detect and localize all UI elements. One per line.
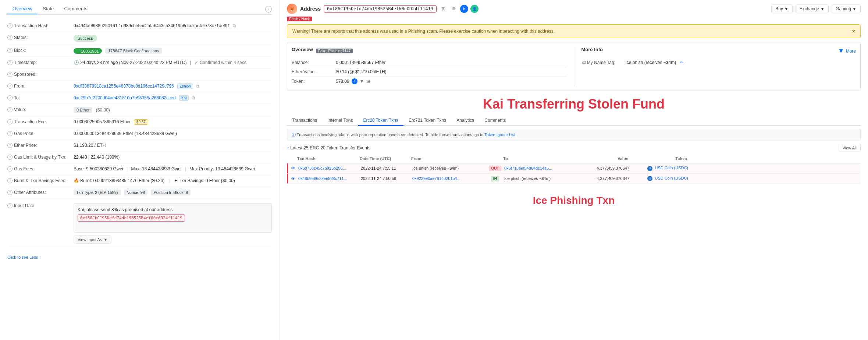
help-icon-block[interactable]: ? <box>7 48 13 53</box>
gas-fees-value: Base: 9.500280629 Gwei | Max: 13.4844286… <box>74 166 272 171</box>
input-data-box: Kai, please send 8% as promised at our a… <box>74 203 272 233</box>
click-less-link[interactable]: Click to see Less ↑ <box>7 255 41 259</box>
token-row: Token: $78.09 4 ▼ ⊞ <box>292 77 566 86</box>
row2-txhash-link[interactable]: 0x48b6686c0fee888c711... <box>298 176 347 181</box>
tab-comments-right[interactable]: Comments <box>479 116 511 126</box>
help-icon-txhash[interactable]: ? <box>7 23 13 28</box>
tx-fee-value: 0.00030259057865916 Ether $0.37 <box>74 119 272 125</box>
help-icon-otherattr[interactable]: ? <box>7 190 13 195</box>
help-icon-gaslimit[interactable]: ? <box>7 155 13 160</box>
tab-analytics[interactable]: Analytics <box>451 116 479 126</box>
address-tags: Phish / Hack <box>287 16 861 21</box>
tab-transactions[interactable]: Transactions <box>287 116 322 126</box>
help-icon-timestamp[interactable]: ? <box>7 60 13 65</box>
gas-limit-row: ? Gas Limit & Usage by Txn: 22,440 | 22,… <box>7 152 272 163</box>
row1-token-link[interactable]: USD Coin (USDC) <box>655 166 688 170</box>
help-icon-to[interactable]: ? <box>7 95 13 100</box>
copy-icon-from[interactable]: ⧉ <box>196 84 199 89</box>
qr-icon[interactable]: ⊞ <box>440 5 448 13</box>
right-action-buttons: Buy ▼ Exchange ▼ Gaming ▼ <box>771 4 861 13</box>
row2-from-link[interactable]: 0x922990ae7914d2b1b4... <box>412 176 460 181</box>
help-icon-from[interactable]: ? <box>7 84 13 89</box>
col-header-token: Token <box>628 156 687 161</box>
view-all-button[interactable]: View All <box>839 144 861 152</box>
warning-close-icon[interactable]: × <box>852 28 855 34</box>
row2-txhash: 0x48b6686c0fee888c711... <box>298 176 361 181</box>
token-grid-icon[interactable]: ⊞ <box>366 79 370 84</box>
row1-token: $ USD Coin (USDC) <box>629 166 688 171</box>
token-label: Token: <box>292 79 336 84</box>
user-icon[interactable]: 👤 <box>470 5 479 13</box>
tab-comments[interactable]: Comments <box>59 4 93 14</box>
help-icon-burntsavings[interactable]: ? <box>7 178 13 183</box>
overview-col: Overview Fake_Phishing7147 Balance: 0.00… <box>292 47 566 86</box>
help-icon-gasprice[interactable]: ? <box>7 131 13 136</box>
events-title: ↕ Latest 25 ERC-20 Token Transfer Events <box>287 145 370 150</box>
copy-icon-address[interactable]: ⧉ <box>450 5 458 13</box>
input-data-address: 0xf86CbC195Defd74db19B525B4ef60c0D24f114… <box>78 215 185 222</box>
to-value: 0xc29b7e2200d04ae431810a7b98358a266082cc… <box>74 95 272 100</box>
help-icon-gasfees[interactable]: ? <box>7 166 13 171</box>
tx-hash-value: 0x494fa96f889250161 1d989cbe55c2afa64c3c… <box>74 23 272 28</box>
exchange-button[interactable]: Exchange ▼ <box>796 4 829 13</box>
tab-overview[interactable]: Overview <box>7 4 38 14</box>
burnt-savings-value: 🔥 Burnt: 0.000213858485 1476 Ether ($0.2… <box>74 178 272 183</box>
sub-annotation: Ice Phishing Txn <box>287 195 861 206</box>
overview-section-title: Overview <box>292 47 313 52</box>
token-count-badge: 4 <box>352 78 357 84</box>
help-icon-txfee[interactable]: ? <box>7 119 13 124</box>
filter-icon[interactable]: ▼ <box>838 47 844 55</box>
tab-internal-txns[interactable]: Internal Txns <box>322 116 358 126</box>
block-number[interactable]: ✓ 16061981 <box>74 48 102 54</box>
transactions-notice: ⓘ Transactions involving tokens with poo… <box>287 129 861 141</box>
left-tabs: Overview State Comments i <box>7 4 272 15</box>
warning-box: Warning! There are reports that this add… <box>287 24 861 38</box>
row1-txhash-link[interactable]: 0x60736c45c7b925b256... <box>298 166 346 170</box>
help-icon-status[interactable]: ? <box>7 35 13 40</box>
bookmark-icon[interactable]: b <box>460 5 468 13</box>
tx-fee-badge: $0.37 <box>134 119 148 125</box>
row1-to-link[interactable]: 0x6f718eef54864dc14a5... <box>504 166 552 170</box>
edit-name-tag-icon[interactable]: ✏ <box>680 60 683 65</box>
warning-text: Warning! There are reports that this add… <box>292 29 555 34</box>
copy-icon-txhash[interactable]: ⧉ <box>233 23 236 28</box>
tab-erc721[interactable]: Erc721 Token Txns <box>403 116 451 126</box>
help-icon-inputdata[interactable]: ? <box>7 203 13 208</box>
nonce: Nonce: 98 <box>124 190 147 195</box>
to-address[interactable]: 0xc29b7e2200d04ae431810a7b98358a266082cc… <box>74 95 176 100</box>
help-icon-etherprice[interactable]: ? <box>7 143 13 148</box>
usdc-icon-row2: $ <box>647 176 652 181</box>
tab-state[interactable]: State <box>38 4 59 14</box>
token-dropdown-icon[interactable]: ▼ <box>360 79 364 84</box>
copy-icon-to[interactable]: ⧉ <box>192 95 195 100</box>
direction-in-badge: IN <box>491 176 499 181</box>
from-row: ? From: 0xdf33879918ca1255e48378bc8d196c… <box>7 81 272 92</box>
gas-limit-value: 22,440 | 22,440 (100%) <box>74 155 272 160</box>
col-header-datetime: Date Time (UTC) <box>360 156 411 161</box>
events-header: ↕ Latest 25 ERC-20 Token Transfer Events… <box>287 144 861 152</box>
value-usd: ($0.00) <box>96 107 110 113</box>
help-icon-sponsored[interactable]: ? <box>7 72 13 77</box>
row1-eye[interactable]: 👁 <box>288 166 298 170</box>
more-dropdown-btn[interactable]: More <box>846 49 856 54</box>
input-data-label: ? Input Data: <box>7 203 74 208</box>
block-label: ? Block: <box>7 48 74 53</box>
gas-price-label: ? Gas Price: <box>7 131 74 136</box>
row2-token-link[interactable]: USD Coin (USDC) <box>655 176 688 180</box>
gas-fees-row: ? Gas Fees: Base: 9.500280629 Gwei | Max… <box>7 163 272 175</box>
tab-erc20[interactable]: Erc20 Token Txns <box>358 116 403 126</box>
info-divider <box>574 47 574 86</box>
tx-hash-label: ? Transaction Hash: <box>7 23 74 28</box>
info-grid: Overview Fake_Phishing7147 Balance: 0.00… <box>287 42 861 91</box>
view-input-button[interactable]: View Input As ▼ <box>74 235 111 244</box>
help-icon-value[interactable]: ? <box>7 107 13 112</box>
input-data-value: Kai, please send 8% as promised at our a… <box>74 202 272 244</box>
burnt-savings-label: ? Burnt & Txn Savings Fees: <box>7 178 74 183</box>
from-address[interactable]: 0xdf33879918ca1255e48378bc8d196cc14729c7… <box>74 84 174 89</box>
click-less-container: Click to see Less ↑ <box>7 251 272 260</box>
token-ignore-list-link[interactable]: Token Ignore List <box>484 132 515 137</box>
buy-button[interactable]: Buy ▼ <box>771 4 793 13</box>
row1-from: Ice phish (receives ~$4m) <box>412 166 486 170</box>
row2-eye[interactable]: 👁 <box>288 176 298 181</box>
gaming-button[interactable]: Gaming ▼ <box>832 4 861 13</box>
